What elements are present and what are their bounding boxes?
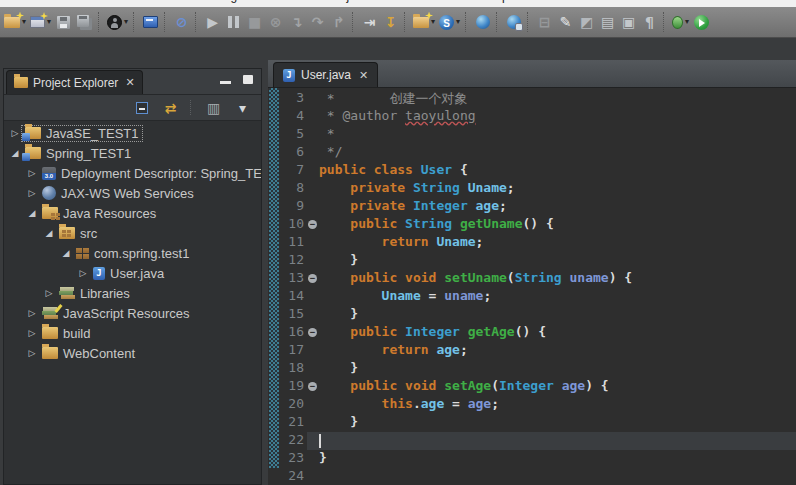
expand-arrow-icon[interactable]: ▷	[42, 288, 56, 298]
resume-button[interactable]: ▶	[202, 9, 223, 35]
open-web-browser-button[interactable]	[472, 9, 493, 35]
tree-item[interactable]: ◢com.spring.test1	[4, 243, 261, 263]
tree-item[interactable]: ▷build	[4, 323, 261, 343]
fold-marker-icon[interactable]: −	[308, 274, 317, 283]
collapse-arrow-icon[interactable]: ◢	[42, 228, 56, 238]
tree-item-content: Deployment Descriptor: Spring_TES	[39, 166, 261, 181]
save-all-button[interactable]	[74, 9, 95, 35]
snippets-button[interactable]: ◩	[576, 9, 597, 35]
menu-help[interactable]: Help	[475, 0, 518, 3]
open-resource-button[interactable]: ▤	[597, 9, 618, 35]
run-button[interactable]	[691, 9, 712, 35]
menu-refactor[interactable]: Refactor	[134, 0, 197, 3]
focus-active-task-button[interactable]: ▥	[203, 95, 224, 121]
maximize-icon[interactable]	[243, 75, 253, 84]
new-web-project-button[interactable]: ▾	[411, 9, 437, 35]
fold-marker-icon[interactable]: −	[308, 220, 317, 229]
code-line: 17 return age;	[268, 342, 796, 360]
disconnect-button[interactable]: ⊗	[265, 9, 286, 35]
minimize-icon[interactable]	[220, 81, 231, 84]
user-account-button[interactable]: ▾	[105, 9, 130, 35]
new-spring-project-button[interactable]: ▾	[437, 9, 462, 35]
last-edit-location-button[interactable]: ⇥	[359, 9, 380, 35]
expand-arrow-icon[interactable]: ▷	[25, 168, 39, 178]
fold-marker-icon[interactable]: −	[308, 328, 317, 337]
debug-button[interactable]: ▾	[670, 9, 691, 35]
expand-arrow-icon[interactable]: ▷	[8, 128, 22, 138]
code-area[interactable]: 3 * 创建一个对象4 * @author taoyulong5 *6 */7p…	[268, 88, 796, 485]
new-javaee-project-button[interactable]: ▾	[28, 9, 53, 35]
fold-column	[307, 360, 319, 378]
menu-edit[interactable]: Edit	[39, 0, 78, 3]
collapse-arrow-icon[interactable]: ◢	[8, 148, 22, 158]
step-into-button[interactable]: ↴	[286, 9, 307, 35]
tree-item-label: User.java	[110, 266, 164, 281]
tab-project-explorer[interactable]: Project Explorer ✕	[6, 70, 143, 94]
menu-file[interactable]: File	[2, 0, 39, 3]
soap-monitor-button[interactable]: ⊟	[534, 9, 555, 35]
menu-run[interactable]: Run	[374, 0, 414, 3]
tree-item[interactable]: ▷JavaScript Resources	[4, 303, 261, 323]
tree-item-content: src	[56, 226, 100, 241]
tree-item[interactable]: ▷Deployment Descriptor: Spring_TES	[4, 163, 261, 183]
tree-item[interactable]: ◢Java Resources	[4, 203, 261, 223]
tree-item[interactable]: ▷Libraries	[4, 283, 261, 303]
tree-item-content: WebContent	[39, 346, 138, 361]
menu-project[interactable]: Project	[319, 0, 374, 3]
tree-item[interactable]: ◢Spring_TEST1	[4, 143, 261, 163]
collapse-arrow-icon[interactable]: ◢	[59, 248, 73, 258]
code-line: 5 *	[268, 126, 796, 144]
show-whitespace-icon: ¶	[645, 15, 654, 29]
expand-arrow-icon[interactable]: ▷	[25, 308, 39, 318]
expand-arrow-icon[interactable]: ▷	[25, 188, 39, 198]
toolbar-separator	[465, 12, 469, 32]
step-return-button[interactable]: ↱	[328, 9, 349, 35]
menu-source[interactable]: Source	[78, 0, 134, 3]
code-line: 23}	[268, 450, 796, 468]
menu-search[interactable]: Search	[263, 0, 319, 3]
code-line: 4 * @author taoyulong	[268, 108, 796, 126]
expand-arrow-icon[interactable]: ▷	[25, 348, 39, 358]
brush-button[interactable]: ✎	[555, 9, 576, 35]
tab-user-java[interactable]: User.java ✕	[273, 62, 378, 87]
collapse-all-button[interactable]	[131, 95, 152, 121]
expand-arrow-icon[interactable]: ▷	[25, 328, 39, 338]
new-wizard-button[interactable]: ▾	[2, 9, 28, 35]
project-tree: ▷JavaSE_TEST1◢Spring_TEST1▷Deployment De…	[4, 121, 261, 363]
link-with-editor-button[interactable]: ⇄	[160, 95, 181, 121]
save-button[interactable]	[53, 9, 74, 35]
fold-column	[307, 90, 319, 108]
code-line-body: }	[307, 252, 796, 270]
dd-icon	[42, 167, 56, 180]
web-services-explorer-button[interactable]	[503, 9, 524, 35]
tree-item[interactable]: ▷WebContent	[4, 343, 261, 363]
tree-item[interactable]: ▷JavaSE_TEST1	[4, 123, 261, 143]
goto-next-annotation-button[interactable]: ↧	[380, 9, 401, 35]
suspend-button[interactable]	[223, 9, 244, 35]
step-over-button[interactable]: ↷	[307, 9, 328, 35]
close-icon[interactable]: ✕	[125, 76, 134, 89]
line-number: 23	[281, 450, 307, 468]
menu-navigate[interactable]: Navigate	[197, 0, 262, 3]
collapse-arrow-icon[interactable]: ◢	[25, 208, 39, 218]
tree-item[interactable]: ◢src	[4, 223, 261, 243]
terminate-button[interactable]: ■	[244, 9, 265, 35]
view-menu-button[interactable]: ▾	[232, 95, 253, 121]
menu-window[interactable]: Window	[414, 0, 475, 3]
open-console-button[interactable]	[140, 9, 161, 35]
show-whitespace-button[interactable]: ¶	[639, 9, 660, 35]
skip-all-breakpoints-button[interactable]: ⊘	[171, 9, 192, 35]
step-over-icon: ↷	[312, 15, 324, 29]
fold-marker-icon[interactable]: −	[308, 382, 317, 391]
show-view-button[interactable]: ▣	[618, 9, 639, 35]
code-line-text: Uname = uname;	[319, 288, 796, 306]
code-line-body	[307, 468, 796, 485]
line-number: 6	[281, 144, 307, 162]
close-icon[interactable]: ✕	[359, 69, 368, 82]
terminate-icon: ■	[248, 15, 261, 29]
tree-item[interactable]: ▷User.java	[4, 263, 261, 283]
code-line-text: }	[319, 450, 796, 468]
save-all-icon	[77, 15, 89, 27]
tree-item[interactable]: ▷JAX-WS Web Services	[4, 183, 261, 203]
expand-arrow-icon[interactable]: ▷	[76, 268, 90, 278]
